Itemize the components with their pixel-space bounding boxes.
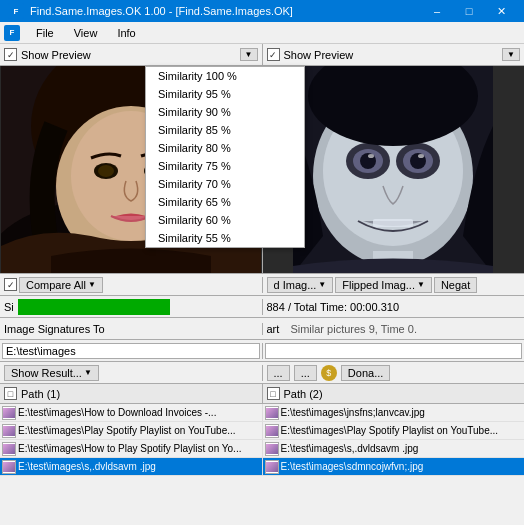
flipped-images-arrow: ▼ <box>417 280 425 289</box>
status-row: Si 884 / Total Time: 00:00.310 <box>0 296 524 318</box>
preview-dropdown-right[interactable]: ▼ <box>502 48 520 61</box>
main-content: ✓ Show Preview ▼ <box>0 44 524 525</box>
col1-checkbox[interactable]: □ <box>4 387 17 400</box>
file-cell-path2: E:\test\images\sdmncojwfvn;.jpg <box>263 458 525 475</box>
file-cell-path1: E:\test\images\How to Play Spotify Playl… <box>0 440 263 457</box>
file-rows: E:\test\images\How to Download Invoices … <box>0 404 524 525</box>
similarity-90[interactable]: Similarity 90 % <box>146 103 304 121</box>
file-cell-path1: E:\test\images\s,.dvldsavm .jpg <box>0 458 263 475</box>
status-right: 884 / Total Time: 00:00.310 <box>263 301 525 313</box>
flipped-images-label: Flipped Imag... <box>342 279 415 291</box>
menu-view[interactable]: View <box>66 25 106 41</box>
similarity-65[interactable]: Similarity 65 % <box>146 193 304 211</box>
file-row[interactable]: E:\test\images\How to Play Spotify Playl… <box>0 440 524 458</box>
info-right: art Similar pictures 9, Time 0. <box>263 323 525 335</box>
status-bar-green <box>18 299 170 315</box>
find-images-arrow: ▼ <box>318 280 326 289</box>
show-results-button[interactable]: Show Result... ▼ <box>4 365 99 381</box>
maximize-button[interactable]: □ <box>454 2 484 20</box>
file-icon <box>265 424 279 438</box>
path-input-right[interactable] <box>265 343 523 359</box>
path-left <box>0 343 263 359</box>
similarity-dropdown[interactable]: Similarity 100 % Similarity 95 % Similar… <box>145 66 305 248</box>
preview-checkbox-right[interactable]: ✓ <box>267 48 280 61</box>
file-icon <box>2 460 16 474</box>
donate-button[interactable]: Dona... <box>341 365 390 381</box>
compare-checkbox[interactable]: ✓ <box>4 278 17 291</box>
similarity-85[interactable]: Similarity 85 % <box>146 121 304 139</box>
menu-app-icon: F <box>4 25 20 41</box>
action-right: ... ... $ Dona... <box>263 365 525 381</box>
preview-label-left: Show Preview <box>21 49 236 61</box>
find-images-button[interactable]: d Imag... ▼ <box>267 277 334 293</box>
file-icon <box>2 424 16 438</box>
compare-all-button[interactable]: Compare All ▼ <box>19 277 103 293</box>
compare-all-arrow: ▼ <box>88 280 96 289</box>
status-left-label: Si <box>4 301 14 313</box>
preview-header-left: ✓ Show Preview ▼ <box>0 44 262 66</box>
svg-point-18 <box>368 154 374 158</box>
file-row[interactable]: E:\test\images\Play Spotify Playlist on … <box>0 422 524 440</box>
dots-right-button[interactable]: ... <box>294 365 317 381</box>
file-list-section: □ Path (1) □ Path (2) E:\test\images\How… <box>0 384 524 525</box>
title-bar: F Find.Same.Images.OK 1.00 - [Find.Same.… <box>0 0 524 22</box>
menu-file[interactable]: File <box>28 25 62 41</box>
dots-left-button[interactable]: ... <box>267 365 290 381</box>
negative-label: Negat <box>441 279 470 291</box>
col1-header-text: Path (1) <box>21 388 60 400</box>
file-cell-path2: E:\test\images\jnsfns;lanvcav.jpg <box>263 404 525 421</box>
path-row <box>0 340 524 362</box>
file-cell-path2: E:\test\images\s,.dvldsavm .jpg <box>263 440 525 457</box>
file-row[interactable]: E:\test\images\How to Download Invoices … <box>0 404 524 422</box>
pale-face-svg <box>293 66 493 273</box>
col2-header-text: Path (2) <box>284 388 323 400</box>
similarity-80[interactable]: Similarity 80 % <box>146 139 304 157</box>
title-bar-controls: – □ ✕ <box>422 2 516 20</box>
path-right <box>263 343 525 359</box>
title-bar-title: Find.Same.Images.OK 1.00 - [Find.Same.Im… <box>30 5 293 17</box>
file-col2-header: □ Path (2) <box>263 384 525 403</box>
file-cell-path1: E:\test\images\How to Download Invoices … <box>0 404 263 421</box>
menu-bar: F File View Info <box>0 22 524 44</box>
similarity-55[interactable]: Similarity 55 % <box>146 229 304 247</box>
file-icon <box>265 442 279 456</box>
controls-left: ✓ Compare All ▼ <box>0 277 263 293</box>
similarity-95[interactable]: Similarity 95 % <box>146 85 304 103</box>
title-bar-left: F Find.Same.Images.OK 1.00 - [Find.Same.… <box>8 3 293 19</box>
preview-header-right: ✓ Show Preview ▼ <box>263 44 525 66</box>
similarity-100[interactable]: Similarity 100 % <box>146 67 304 85</box>
file-cell-path2: E:\test\images\Play Spotify Playlist on … <box>263 422 525 439</box>
minimize-button[interactable]: – <box>422 2 452 20</box>
action-left: Show Result... ▼ <box>0 365 263 381</box>
info-row: Image Signatures To art Similar pictures… <box>0 318 524 340</box>
preview-label-right: Show Preview <box>284 49 499 61</box>
show-results-label: Show Result... <box>11 367 82 379</box>
close-button[interactable]: ✕ <box>486 2 516 20</box>
preview-checkbox-left[interactable]: ✓ <box>4 48 17 61</box>
file-row[interactable]: E:\test\images\s,.dvldsavm .jpgE:\test\i… <box>0 458 524 476</box>
file-list-header: □ Path (1) □ Path (2) <box>0 384 524 404</box>
preview-row: ✓ Show Preview ▼ <box>0 44 524 274</box>
flipped-images-button[interactable]: Flipped Imag... ▼ <box>335 277 432 293</box>
file-icon <box>265 460 279 474</box>
info-right-text: art <box>267 323 280 335</box>
svg-point-6 <box>98 165 114 177</box>
menu-info[interactable]: Info <box>109 25 143 41</box>
negative-button[interactable]: Negat <box>434 277 477 293</box>
file-icon <box>265 406 279 420</box>
status-left: Si <box>0 299 263 315</box>
preview-dropdown-left[interactable]: ▼ <box>240 48 258 61</box>
similarity-60[interactable]: Similarity 60 % <box>146 211 304 229</box>
file-icon <box>2 406 16 420</box>
info-left-text: Image Signatures To <box>4 323 105 335</box>
controls-right: d Imag... ▼ Flipped Imag... ▼ Negat <box>263 277 525 293</box>
info-right-extra: Similar pictures 9, Time 0. <box>290 323 417 335</box>
info-left: Image Signatures To <box>0 323 263 335</box>
similarity-75[interactable]: Similarity 75 % <box>146 157 304 175</box>
donate-icon: $ <box>321 365 337 381</box>
path-input-left[interactable] <box>2 343 260 359</box>
col2-checkbox[interactable]: □ <box>267 387 280 400</box>
similarity-70[interactable]: Similarity 70 % <box>146 175 304 193</box>
dropdown-arrow-right: ▼ <box>507 50 515 59</box>
compare-all-label: Compare All <box>26 279 86 291</box>
